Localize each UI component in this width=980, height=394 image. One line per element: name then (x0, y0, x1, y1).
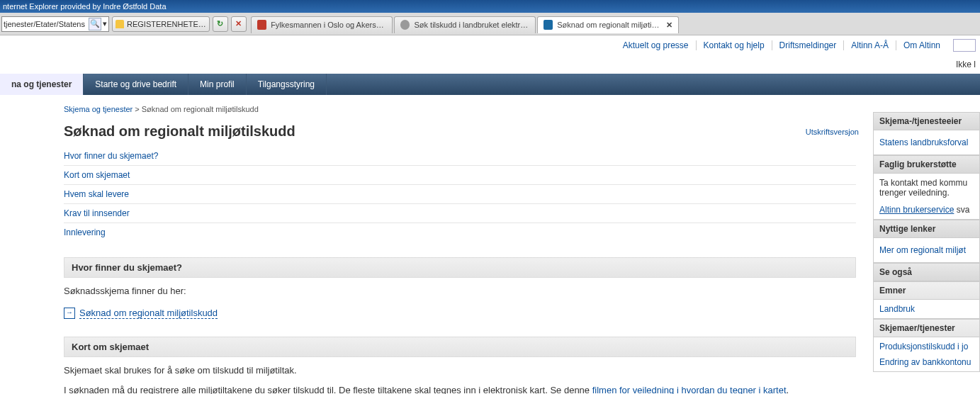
section-paragraph: Skjemaet skal brukes for å søke om tilsk… (64, 364, 873, 377)
search-icon[interactable]: 🔍 (89, 18, 101, 30)
link-altinn-a-aa[interactable]: Altinn A-Å (844, 40, 896, 50)
side-text: sva (954, 205, 969, 215)
main-nav: na og tjenester Starte og drive bedrift … (0, 74, 980, 95)
tab-soknad-regionalt[interactable]: Søknad om regionalt miljøtils… ✕ (537, 16, 679, 33)
link-statens-landbruk[interactable]: Statens landbruksforval (879, 135, 974, 150)
link-kontakt[interactable]: Kontakt og hjelp (697, 40, 772, 50)
form-icon (64, 308, 75, 319)
anchor-hvor-finner[interactable]: Hvor finner du skjemaet? (64, 147, 856, 166)
link-produksjonstilskudd[interactable]: Produksjonstilskudd i jo (879, 339, 974, 354)
section-paragraph: I søknaden må du registrere alle miljøti… (64, 384, 873, 394)
login-status: Ikke l (956, 60, 976, 69)
side-body: Landbruk (873, 300, 980, 319)
top-links: Aktuelt og presse Kontakt og hjelp Drift… (0, 35, 980, 55)
side-subhead-emner: Emner (873, 281, 980, 300)
breadcrumb-link[interactable]: Skjema og tjenester (64, 105, 133, 113)
favorites-label: REGISTERENHETE… (127, 20, 206, 28)
text-run: I søknaden må du registrere alle miljøti… (64, 385, 592, 394)
section-body: Søknadsskjema finner du her: (64, 285, 873, 298)
stop-button[interactable]: ✕ (231, 16, 247, 32)
lock-icon (116, 20, 124, 28)
nav-min-profil[interactable]: Min profil (188, 74, 247, 95)
breadcrumb-sep: > (135, 105, 141, 113)
address-text: tjenester/Etater/Statens (4, 20, 89, 28)
tab-label: Søknad om regionalt miljøtils… (557, 21, 660, 29)
side-body: Produksjonstilskudd i jo Endring av bank… (873, 337, 980, 372)
link-mer-om-regionalt[interactable]: Mer om regionalt miljøt (879, 242, 974, 258)
site-icon (543, 20, 553, 30)
link-driftsmeldinger[interactable]: Driftsmeldinger (772, 40, 845, 50)
side-head-nyttige: Nyttige lenker (873, 220, 980, 238)
stop-icon: ✕ (235, 19, 242, 28)
side-head-eier: Skjema-/tjenesteeier (873, 112, 980, 130)
anchor-kort-om[interactable]: Kort om skjemaet (64, 166, 856, 185)
tab-label: Fylkesmannen i Oslo og Akershu… (271, 21, 386, 29)
page-title: Søknad om regionalt miljøtilskudd (64, 123, 806, 140)
link-om-altinn[interactable]: Om Altinn (896, 40, 947, 50)
link-aktuelt[interactable]: Aktuelt og presse (616, 40, 697, 50)
side-head-brukerstotte: Faglig brukerstøtte (873, 155, 980, 174)
address-bar[interactable]: tjenester/Etater/Statens 🔍 ▾ (1, 16, 109, 32)
anchor-list: Hvor finner du skjemaet? Kort om skjemae… (64, 147, 856, 242)
sidebar: Skjema-/tjenesteeier Statens landbruksfo… (873, 112, 980, 372)
tab-sok-tilskudd[interactable]: Søk tilskudd i landbruket elektro… (394, 16, 536, 33)
globe-icon (400, 20, 410, 30)
login-row: Ikke l (0, 55, 980, 74)
side-body: Mer om regionalt miljøt (873, 238, 980, 263)
print-version-link[interactable]: Utskriftsversjon (806, 128, 859, 136)
nav-tilgangsstyring[interactable]: Tilgangsstyring (247, 74, 327, 95)
nav-skjema-og-tjenester[interactable]: na og tjenester (0, 74, 84, 95)
shield-icon (257, 20, 266, 30)
window-title: nternet Explorer provided by Indre Østfo… (3, 2, 167, 11)
nav-starte-og-drive[interactable]: Starte og drive bedrift (84, 74, 188, 95)
section-head-kort: Kort om skjemaet (64, 337, 856, 357)
favorites-button[interactable]: REGISTERENHETE… (112, 16, 210, 32)
anchor-innlevering[interactable]: Innlevering (64, 223, 856, 242)
breadcrumb: Skjema og tjenester > Søknad om regional… (64, 105, 873, 113)
refresh-button[interactable]: ↻ (213, 16, 228, 32)
video-guide-link[interactable]: filmen for veiledning i hvordan du tegne… (592, 385, 787, 394)
window-title-bar: nternet Explorer provided by Indre Østfo… (0, 0, 980, 13)
tab-label: Søk tilskudd i landbruket elektro… (414, 21, 529, 29)
tab-fylkesmannen[interactable]: Fylkesmannen i Oslo og Akershu… (251, 16, 393, 33)
form-link-label: Søknad om regionalt miljøtilskudd (79, 308, 218, 319)
anchor-krav[interactable]: Krav til innsender (64, 204, 856, 223)
side-text: Ta kontakt med kommu (879, 178, 967, 188)
dropdown-icon[interactable]: ▾ (101, 19, 108, 28)
side-body: Ta kontakt med kommu trenger veiledning.… (873, 174, 980, 220)
link-endring-bankkonto[interactable]: Endring av bankkontonu (879, 354, 974, 370)
side-body: Statens landbruksforval (873, 130, 980, 155)
form-link[interactable]: Søknad om regionalt miljøtilskudd (64, 308, 218, 319)
side-head-se-ogsa: Se også (873, 263, 980, 281)
close-icon[interactable]: ✕ (666, 21, 672, 30)
link-altinn-brukerservice[interactable]: Altinn brukerservice (879, 202, 954, 218)
side-text: trenger veiledning. (879, 188, 950, 198)
search-input[interactable] (953, 39, 976, 52)
text-run: . (787, 385, 789, 394)
link-landbruk[interactable]: Landbruk (879, 301, 974, 317)
tabs-strip: Fylkesmannen i Oslo og Akershu… Søk tils… (251, 15, 680, 33)
browser-toolbar: tjenester/Etater/Statens 🔍 ▾ REGISTERENH… (0, 13, 980, 35)
section-head-hvor: Hvor finner du skjemaet? (64, 257, 856, 278)
side-subhead-skjemaer: Skjemaer/tjenester (873, 319, 980, 337)
refresh-icon: ↻ (217, 19, 223, 28)
anchor-hvem-skal[interactable]: Hvem skal levere (64, 185, 856, 204)
breadcrumb-current: Søknad om regionalt miljøtilskudd (142, 105, 259, 113)
